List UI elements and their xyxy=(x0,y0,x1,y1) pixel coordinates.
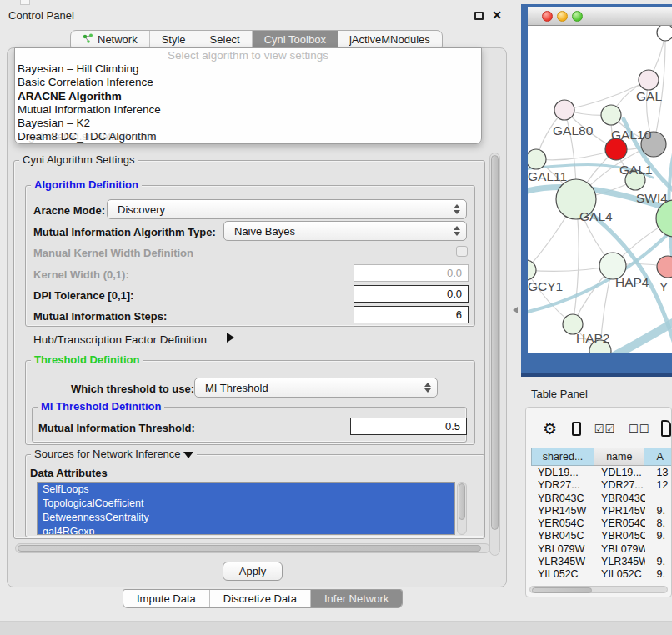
node-label: GCY1 xyxy=(528,279,563,293)
node-attribute-table[interactable]: shared...nameAYDL19...YDL19...13YDR27...… xyxy=(531,448,672,582)
network-view-window: GALGAL80GAL10GAL1GAL11SWI4GAL4GCY1HAP4YH… xyxy=(521,4,672,377)
tab-label: Cyni Toolbox xyxy=(264,33,326,46)
attribute-list-item[interactable]: gal4RGexp xyxy=(38,525,454,535)
tab-style[interactable]: Style xyxy=(150,31,198,48)
expand-right-icon[interactable] xyxy=(227,332,234,342)
algorithm-option[interactable]: Basic Correlation Inference xyxy=(15,76,481,89)
which-threshold-value: MI Threshold xyxy=(205,382,268,394)
table-cell: 12 xyxy=(645,478,672,491)
zoom-traffic-light-icon[interactable] xyxy=(572,11,583,22)
attr-list-scrollbar[interactable] xyxy=(457,482,467,535)
table-cell: YDL19... xyxy=(594,466,645,478)
mi-steps-field[interactable]: 6 xyxy=(354,306,469,323)
dpi-tolerance-field[interactable]: 0.0 xyxy=(354,285,469,302)
table-toolbar: ⚙ ☑☑ ☐☐ xyxy=(526,414,671,442)
network-node-gal[interactable] xyxy=(639,70,659,90)
mi-type-select[interactable]: Naive Bayes xyxy=(223,221,467,241)
mi-threshold-field[interactable]: 0.5 xyxy=(350,418,467,435)
network-node-y[interactable] xyxy=(657,256,672,278)
document-icon[interactable] xyxy=(661,420,671,437)
table-row[interactable]: YLR345WYLR345W9. xyxy=(531,555,672,568)
mi-steps-label: Mutual Information Steps: xyxy=(33,310,167,322)
network-node-gal11[interactable] xyxy=(528,149,546,169)
bottom-tab-impute-data[interactable]: Impute Data xyxy=(123,590,210,608)
settings-hscrollbar[interactable] xyxy=(15,543,490,553)
network-node[interactable] xyxy=(657,26,672,41)
column-header[interactable]: name xyxy=(594,448,644,466)
table-row[interactable]: YIL052CYIL052C9. xyxy=(531,568,672,580)
apply-button[interactable]: Apply xyxy=(223,562,283,581)
kernel-width-field[interactable]: 0.0 xyxy=(354,264,469,282)
table-cell: 13 xyxy=(645,466,672,478)
node-label: GAL10 xyxy=(611,128,652,142)
aracne-mode-select[interactable]: Discovery xyxy=(107,199,467,219)
table-cell: YBL079W xyxy=(531,542,594,555)
attribute-list-item[interactable]: SelfLoops xyxy=(38,482,454,497)
column-header[interactable]: A xyxy=(644,448,672,466)
algorithm-option[interactable]: Bayesian – K2 xyxy=(15,117,481,130)
bottom-tab-discretize-data[interactable]: Discretize Data xyxy=(210,590,311,608)
kernel-width-label: Kernel Width (0,1): xyxy=(33,268,129,281)
settings-vscrollbar[interactable] xyxy=(489,152,500,556)
node-label: HAP2 xyxy=(576,331,610,345)
gear-icon[interactable]: ⚙ xyxy=(543,421,557,437)
ghost-combo-text: gal-filtered.sif default node xyxy=(28,130,155,142)
tab-network[interactable]: Network xyxy=(71,31,150,48)
close-traffic-light-icon[interactable] xyxy=(542,11,553,22)
algorithm-option[interactable]: Bayesian – Hill Climbing xyxy=(15,62,481,76)
mi-threshold-label: Mutual Information Threshold: xyxy=(38,422,195,434)
network-window-titlebar[interactable] xyxy=(528,7,672,26)
group-title: Sources for Network Inference xyxy=(31,448,197,460)
manual-kernel-checkbox[interactable] xyxy=(456,246,468,257)
which-threshold-select[interactable]: MI Threshold xyxy=(194,378,438,398)
table-cell: YLR345W xyxy=(531,555,594,568)
table-row[interactable]: YDR27...YDR27...12 xyxy=(531,478,672,491)
table-cell: YBR045C xyxy=(531,529,594,542)
checked-checkboxes-icon[interactable]: ☑☑ xyxy=(594,422,615,435)
table-cell: 9. xyxy=(645,568,672,580)
data-attributes-list[interactable]: SelfLoopsTopologicalCoefficientBetweenne… xyxy=(37,482,455,535)
table-row[interactable]: YDL19...YDL19...13 xyxy=(531,466,672,478)
table-cell: YPR145W xyxy=(594,504,645,517)
attribute-list-item[interactable]: BetweennessCentrality xyxy=(38,511,454,525)
network-canvas[interactable]: GALGAL80GAL10GAL1GAL11SWI4GAL4GCY1HAP4YH… xyxy=(528,26,672,353)
table-row[interactable]: YBL079WYBL079W xyxy=(531,542,672,555)
splitter-collapse-icon[interactable] xyxy=(513,307,518,313)
tab-cyni-toolbox[interactable]: Cyni Toolbox xyxy=(253,31,338,48)
unchecked-checkboxes-icon[interactable]: ☐☐ xyxy=(629,422,649,435)
table-cell: YER054C xyxy=(531,517,594,529)
table-cell: YDR27... xyxy=(594,478,645,491)
bottom-tab-infer-network[interactable]: Infer Network xyxy=(311,590,402,608)
network-node-gcy1[interactable] xyxy=(528,260,536,280)
algorithm-option[interactable]: ARACNE Algorithm xyxy=(15,90,481,103)
table-row[interactable]: YER054CYER054C8. xyxy=(531,517,672,529)
node-label: SWI4 xyxy=(636,191,668,205)
table-panel-card: ⚙ ☑☑ ☐☐ shared...nameAYDL19...YDL19...13… xyxy=(525,407,672,598)
column-header[interactable]: shared... xyxy=(531,448,594,466)
network-node-gal80[interactable] xyxy=(554,100,574,120)
split-columns-icon[interactable] xyxy=(572,422,581,436)
group-title: MI Threshold Definition xyxy=(38,400,164,412)
network-node-gal10[interactable] xyxy=(601,105,621,125)
group-title: Cyni Algorithm Settings xyxy=(19,153,138,166)
table-row[interactable]: YPR145WYPR145W9. xyxy=(531,504,672,517)
algorithm-option[interactable]: Mutual Information Inference xyxy=(15,103,481,117)
minimize-traffic-light-icon[interactable] xyxy=(557,11,568,22)
which-threshold-label: Which threshold to use: xyxy=(71,382,194,395)
table-row[interactable]: YBR043CYBR043C xyxy=(531,492,672,504)
tab-label: Network xyxy=(98,33,138,46)
table-cell: YPR145W xyxy=(531,504,594,517)
tab-select[interactable]: Select xyxy=(198,31,253,48)
attribute-list-item[interactable]: TopologicalCoefficient xyxy=(38,497,454,511)
combo-stepper-icon xyxy=(454,204,460,214)
collapse-down-icon[interactable] xyxy=(183,452,193,458)
table-row[interactable]: YBR045CYBR045C9. xyxy=(531,529,672,542)
float-window-icon[interactable] xyxy=(474,12,484,20)
table-cell: YBL079W xyxy=(594,542,645,555)
algorithm-placeholder: Select algorithm to view settings xyxy=(15,48,481,62)
node-label: GAL xyxy=(636,89,662,103)
close-icon[interactable]: ✕ xyxy=(492,8,502,22)
network-icon xyxy=(83,33,93,46)
table-hscrollbar[interactable] xyxy=(529,586,668,593)
tab-jactivemnodules[interactable]: jActiveMNodules xyxy=(338,31,442,48)
